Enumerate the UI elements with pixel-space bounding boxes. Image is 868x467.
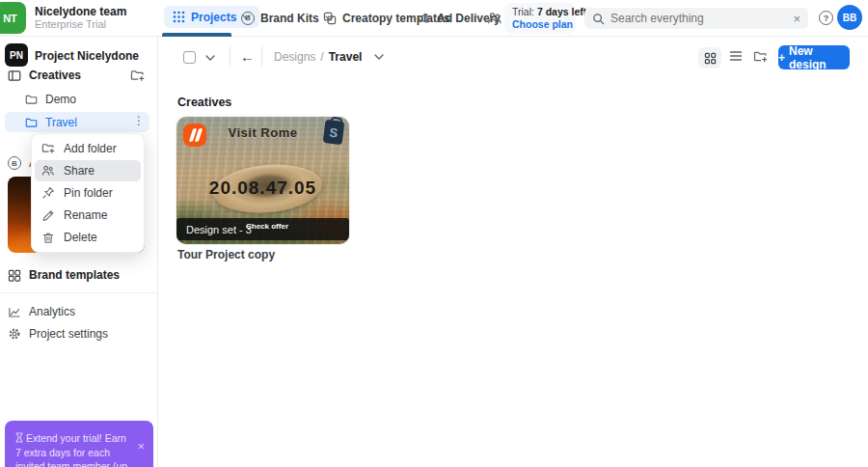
analytics-label: Analytics (29, 305, 75, 318)
user-avatar[interactable]: BB (837, 5, 862, 30)
sidebar-folder-travel[interactable]: Travel (25, 116, 77, 129)
trial-days-left: Trial: 7 days left (512, 6, 576, 17)
creatives-icon (8, 69, 21, 82)
design-card[interactable]: Visit Rome S 20.08.47.05 Design set - 3 … (176, 117, 349, 244)
section-title: Creatives (177, 96, 231, 109)
folder-travel-label: Travel (45, 116, 77, 129)
hourglass-icon (15, 432, 23, 447)
megaphone-icon (418, 12, 431, 25)
menu-item-add-folder[interactable]: Add folder (35, 138, 141, 159)
folder-options-kebab-icon[interactable]: ⋮ (133, 114, 145, 127)
help-icon[interactable]: ? (819, 11, 833, 25)
sidebar-item-creatives[interactable]: Creatives (8, 69, 81, 82)
search-icon (592, 13, 605, 25)
menu-item-label: Share (64, 164, 95, 178)
add-folder-icon (41, 142, 55, 154)
project-settings-label: Project settings (29, 327, 108, 341)
brand-kits-icon: B (241, 12, 255, 25)
project-avatar[interactable]: PN (5, 43, 28, 67)
sidebar-item-project-settings[interactable]: Project settings (8, 327, 108, 341)
assets-icon: B (8, 156, 21, 170)
sidebar: PN Project Nicelydone Creatives Demo Tra… (0, 37, 158, 467)
search-input[interactable] (610, 12, 787, 25)
top-bar: NT Nicelydone team Enterprise Trial Proj… (0, 0, 868, 37)
breadcrumb-separator: / (320, 50, 323, 64)
grid-view-button[interactable] (698, 47, 721, 69)
pin-icon (41, 186, 55, 199)
back-arrow-icon[interactable]: ← (240, 48, 255, 65)
folder-icon (25, 117, 38, 128)
projects-label: Projects (191, 11, 236, 24)
new-folder-button[interactable] (753, 50, 768, 63)
trial-status: Trial: 7 days left Choose plan (504, 3, 576, 34)
brand-templates-label: Brand templates (29, 268, 120, 282)
sidebar-folder-demo[interactable]: Demo (25, 93, 76, 106)
shop-bag-logo: S (323, 120, 345, 145)
design-set-badge: Design set - 3 (186, 224, 252, 235)
templates-icon (323, 12, 337, 25)
nav-item-brand-kits[interactable]: B Brand Kits (241, 0, 334, 36)
menu-item-label: Add folder (64, 142, 117, 155)
invite-members-icon[interactable] (487, 11, 502, 25)
new-design-button[interactable]: + New design (778, 45, 850, 69)
list-view-button[interactable] (729, 50, 743, 62)
sidebar-divider (0, 292, 158, 293)
sidebar-item-analytics[interactable]: Analytics (8, 305, 75, 318)
chevron-down-icon[interactable] (374, 54, 384, 60)
select-all-checkbox[interactable] (183, 51, 196, 64)
menu-item-share[interactable]: Share (35, 160, 141, 181)
app-window: NT Nicelydone team Enterprise Trial Proj… (0, 0, 868, 467)
team-plan: Enterprise Trial (35, 18, 106, 30)
design-card-title[interactable]: Tour Project copy (177, 248, 275, 261)
add-folder-icon[interactable] (130, 69, 145, 82)
ad-cta: Check offer (246, 222, 288, 231)
brand-kits-label: Brand Kits (260, 12, 319, 25)
choose-plan-link[interactable]: Choose plan (512, 18, 576, 30)
menu-item-rename[interactable]: Rename (35, 205, 141, 226)
extend-trial-text: Extend your trial! Earn 7 extra days for… (15, 432, 130, 467)
pencil-icon (41, 209, 55, 222)
share-icon (41, 164, 55, 177)
brand-templates-icon (8, 269, 21, 282)
gear-icon (8, 327, 21, 341)
plus-icon: + (778, 51, 785, 65)
main-content: ← Designs / Travel + New design Creative… (159, 37, 868, 467)
project-name[interactable]: Project Nicelydone (35, 49, 139, 63)
team-avatar[interactable]: NT (0, 2, 26, 34)
breadcrumb-current[interactable]: Travel (329, 50, 363, 64)
search-clear-icon[interactable]: × (793, 13, 800, 25)
creatives-label: Creatives (29, 69, 81, 82)
breadcrumb-root[interactable]: Designs (274, 50, 315, 64)
folder-icon (25, 94, 38, 105)
toolbar-divider (261, 46, 262, 67)
menu-item-label: Delete (64, 231, 97, 244)
analytics-icon (8, 306, 21, 318)
design-thumbnail-rome: Visit Rome S 20.08.47.05 Design set - 3 … (176, 117, 349, 244)
menu-item-label: Rename (64, 208, 107, 222)
extend-trial-banner: Extend your trial! Earn 7 extra days for… (5, 421, 153, 467)
new-design-label: New design (789, 44, 850, 71)
menu-item-pin-folder[interactable]: Pin folder (35, 182, 141, 204)
search-bar[interactable]: × (584, 8, 808, 29)
projects-grid-icon (173, 11, 185, 23)
projects-active-underline (162, 33, 231, 37)
ad-countdown: 20.08.47.05 (176, 178, 349, 199)
sidebar-item-brand-templates[interactable]: Brand templates (8, 268, 120, 282)
breadcrumb[interactable]: Designs / Travel (274, 50, 384, 64)
menu-item-delete[interactable]: Delete (35, 227, 141, 248)
trash-icon (41, 232, 55, 244)
team-name[interactable]: Nicelydone team (35, 5, 126, 18)
menu-item-label: Pin folder (64, 186, 113, 200)
folder-demo-label: Demo (45, 93, 76, 106)
toolbar-divider (230, 46, 231, 67)
folder-context-menu: Add folder Share Pin folder Rename Delet… (31, 133, 145, 253)
banner-close-icon[interactable]: × (137, 440, 145, 453)
select-chevron-down-icon[interactable] (205, 55, 215, 61)
design-set-bar: Design set - 3 Check offer (176, 218, 349, 240)
